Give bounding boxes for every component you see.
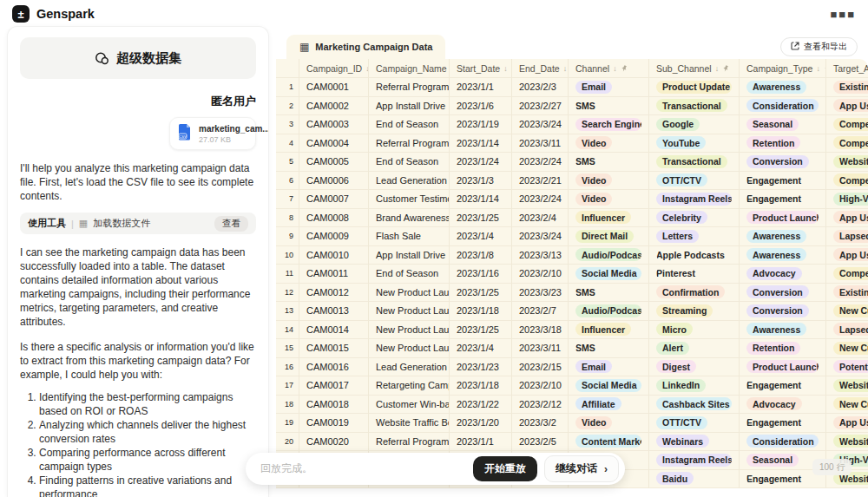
cell-start-date[interactable]: 2023/1/23 <box>450 358 512 377</box>
cell-campaign-type[interactable]: Product Launch <box>740 358 826 377</box>
cell-sub-channel[interactable]: Digest <box>649 358 740 377</box>
table-row[interactable]: 3CAM0003End of Season2023/1/192023/3/24S… <box>276 115 868 134</box>
cell-channel[interactable]: SMS <box>569 153 649 172</box>
table-row[interactable]: 8CAM0008Brand Awareness Push2023/1/25202… <box>276 209 868 228</box>
cell-campaign-type[interactable]: Retention <box>740 339 826 358</box>
cell-target-audience[interactable]: New Cus <box>826 339 868 358</box>
table-row[interactable]: 19CAM0019Website Traffic Boost2023/1/202… <box>276 414 868 433</box>
cell-campaign-type[interactable]: Awareness <box>740 246 826 265</box>
cell-end-date[interactable]: 2023/3/24 <box>512 115 569 134</box>
cell-sub-channel[interactable]: Product Update <box>649 78 740 97</box>
table-row[interactable]: 13CAM0013New Product Launch2023/1/182023… <box>276 302 868 321</box>
cell-end-date[interactable]: 2023/2/24 <box>512 153 569 172</box>
cell-campaign-type[interactable]: Consideration <box>740 97 826 116</box>
cell-campaign-name[interactable]: App Install Drive <box>369 246 450 265</box>
cell-start-date[interactable]: 2023/1/22 <box>450 396 512 415</box>
cell-end-date[interactable]: 2023/2/10 <box>512 265 569 284</box>
continue-chat-button[interactable]: 继续对话 › <box>544 455 619 482</box>
column-header-channel[interactable]: Channel↓ <box>569 59 649 78</box>
cell-row-number[interactable]: 4 <box>276 134 299 154</box>
cell-start-date[interactable]: 2023/1/24 <box>450 153 512 172</box>
cell-campaign-id[interactable]: CAM0015 <box>299 339 369 358</box>
cell-start-date[interactable]: 2023/1/19 <box>450 115 512 134</box>
cell-row-number[interactable]: 19 <box>276 414 299 433</box>
cell-campaign-id[interactable]: CAM0020 <box>299 433 369 452</box>
cell-campaign-name[interactable]: New Product Launch <box>369 339 450 358</box>
cell-channel[interactable]: Email <box>569 358 649 377</box>
cell-target-audience[interactable]: App Use <box>826 209 868 228</box>
cell-sub-channel[interactable]: Transactional <box>649 153 740 172</box>
cell-end-date[interactable]: 2023/2/24 <box>512 190 569 209</box>
cell-channel[interactable]: Search Engine <box>569 115 649 134</box>
table-row[interactable]: 2CAM0002App Install Drive2023/1/62023/2/… <box>276 97 868 116</box>
cell-target-audience[interactable]: Potentia <box>826 358 868 377</box>
cell-campaign-id[interactable]: CAM0001 <box>299 78 369 97</box>
cell-row-number[interactable]: 16 <box>276 358 299 377</box>
cell-end-date[interactable]: 2023/2/3 <box>512 78 569 97</box>
cell-start-date[interactable]: 2023/1/3 <box>450 172 512 191</box>
cell-campaign-id[interactable]: CAM0002 <box>299 97 369 116</box>
cell-campaign-id[interactable]: CAM0011 <box>299 265 369 284</box>
cell-channel[interactable]: Audio/Podcast <box>569 302 649 321</box>
cell-row-number[interactable]: 6 <box>276 172 299 191</box>
sort-icon[interactable]: ↓ <box>715 64 720 73</box>
cell-start-date[interactable]: 2023/1/14 <box>450 190 512 209</box>
cell-sub-channel[interactable]: Cashback Sites <box>649 396 740 415</box>
cell-sub-channel[interactable]: LinkedIn <box>649 376 740 396</box>
cell-channel[interactable]: Video <box>569 172 649 191</box>
cell-row-number[interactable]: 5 <box>276 153 299 172</box>
cell-end-date[interactable]: 2023/2/27 <box>512 97 569 116</box>
cell-campaign-name[interactable]: New Product Launch <box>369 321 450 340</box>
cell-start-date[interactable]: 2023/1/25 <box>450 209 512 228</box>
cell-campaign-type[interactable]: Conversion <box>740 153 826 172</box>
cell-campaign-id[interactable]: CAM0009 <box>299 227 369 246</box>
cell-end-date[interactable]: 2023/2/12 <box>512 396 569 415</box>
column-header-end_date[interactable]: End_Date↓ <box>512 59 569 78</box>
cell-start-date[interactable]: 2023/1/14 <box>450 134 512 154</box>
cell-row-number[interactable]: 20 <box>276 433 299 452</box>
cell-target-audience[interactable]: Website <box>826 376 868 396</box>
cell-campaign-id[interactable]: CAM0018 <box>299 396 369 415</box>
cell-channel[interactable]: SMS <box>569 284 649 303</box>
cell-end-date[interactable]: 2023/2/5 <box>512 433 569 452</box>
cell-row-number[interactable]: 14 <box>276 321 299 340</box>
sort-icon[interactable]: ↓ <box>563 64 568 73</box>
cell-target-audience[interactable]: High-Va <box>826 190 868 209</box>
cell-campaign-id[interactable]: CAM0004 <box>299 134 369 154</box>
cell-campaign-name[interactable]: Referral Program <box>369 134 450 154</box>
cell-end-date[interactable]: 2023/2/4 <box>512 209 569 228</box>
cell-campaign-type[interactable]: Engagement <box>740 172 826 191</box>
sort-icon[interactable]: ↓ <box>503 64 508 73</box>
cell-start-date[interactable]: 2023/1/18 <box>450 376 512 396</box>
cell-start-date[interactable]: 2023/1/4 <box>450 339 512 358</box>
cell-row-number[interactable]: 7 <box>276 190 299 209</box>
cell-campaign-name[interactable]: End of Season <box>369 265 450 284</box>
cell-end-date[interactable]: 2023/2/7 <box>512 302 569 321</box>
file-attachment[interactable]: CSV marketing_cam... 27.07 KB <box>169 117 256 150</box>
cell-channel[interactable]: Email <box>569 78 649 97</box>
table-row[interactable]: 9CAM0009Flash Sale2023/1/42023/3/24Direc… <box>276 227 868 246</box>
table-row[interactable]: 15CAM0015New Product Launch2023/1/42023/… <box>276 339 868 358</box>
column-header-target_au[interactable]: Target_Au↓ <box>826 59 868 78</box>
cell-campaign-name[interactable]: End of Season <box>369 153 450 172</box>
cell-campaign-type[interactable]: Awareness <box>740 321 826 340</box>
tab-marketing-campaign-data[interactable]: ▦ Marketing Campaign Data <box>286 35 445 59</box>
table-row[interactable]: 4CAM0004Referral Program2023/1/142023/3/… <box>276 134 868 154</box>
cell-start-date[interactable]: 2023/1/16 <box>450 265 512 284</box>
start-replay-button[interactable]: 开始重放 <box>473 456 537 481</box>
cell-row-number[interactable]: 12 <box>276 284 299 303</box>
column-header-start_date[interactable]: Start_Date↓ <box>450 59 512 78</box>
cell-row-number[interactable]: 1 <box>276 78 299 97</box>
table-row[interactable]: 17CAM0017Retargeting Campaign2023/1/1820… <box>276 376 868 396</box>
view-tool-button[interactable]: 查看 <box>214 216 248 232</box>
pin-icon[interactable] <box>621 65 628 72</box>
cell-sub-channel[interactable]: OTT/CTV <box>649 414 740 433</box>
cell-target-audience[interactable]: App Use <box>826 414 868 433</box>
cell-start-date[interactable]: 2023/1/4 <box>450 227 512 246</box>
cell-channel[interactable]: Influencer <box>569 321 649 340</box>
sort-icon[interactable]: ↓ <box>613 64 617 73</box>
cell-sub-channel[interactable]: Pinterest <box>649 265 740 284</box>
cell-row-number[interactable]: 18 <box>276 396 299 415</box>
cell-sub-channel[interactable]: Google <box>649 115 740 134</box>
cell-target-audience[interactable]: New Cus <box>826 396 868 415</box>
